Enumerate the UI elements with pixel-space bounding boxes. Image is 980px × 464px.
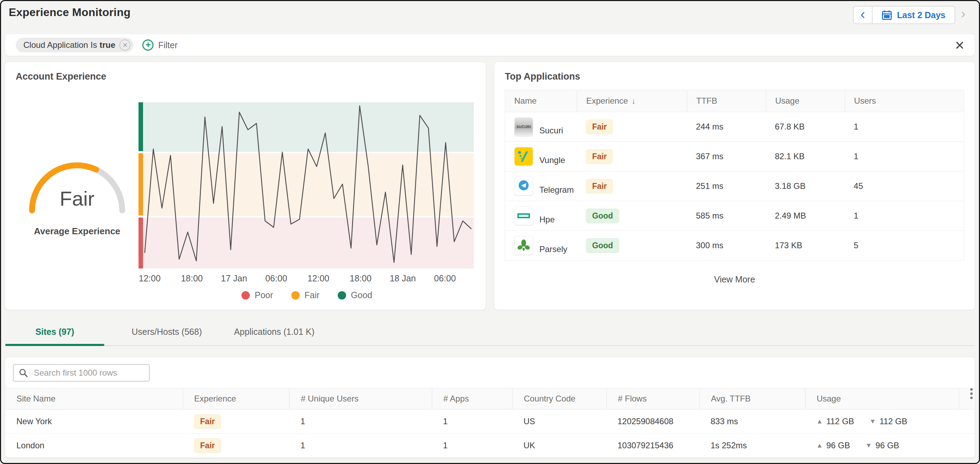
filter-chip-value: true xyxy=(99,40,115,50)
top-applications-card: Top Applications Name Experience ↓ TTFB … xyxy=(494,62,975,310)
telegram-app-icon xyxy=(514,177,533,196)
filter-bar: Cloud Application Is true × + Filter × xyxy=(5,34,975,56)
filter-chip[interactable]: Cloud Application Is true × xyxy=(16,38,133,53)
search-input[interactable] xyxy=(13,364,150,382)
y-axis-color-bar xyxy=(138,102,143,268)
column-header-usage[interactable]: Usage xyxy=(766,90,845,112)
sucuri-app-icon: SUCURI xyxy=(514,117,533,136)
table-row[interactable]: New York Fair 1 1 US 120259084608 833 ms… xyxy=(5,410,975,434)
top-applications-title: Top Applications xyxy=(505,71,964,82)
experience-badge: Fair xyxy=(194,438,221,453)
poor-dot-icon xyxy=(242,291,250,300)
calendar-icon xyxy=(881,10,892,20)
column-header-flows[interactable]: # Flows xyxy=(606,388,700,409)
tab-sites[interactable]: Sites (97) xyxy=(5,327,104,345)
plus-icon: + xyxy=(142,40,154,51)
table-search xyxy=(13,364,150,382)
experience-badge: Fair xyxy=(586,179,613,194)
column-header-avg-ttfb[interactable]: Avg. TTFB xyxy=(700,388,805,409)
top-bar: Experience Monitoring ‹ Last 2 Days › xyxy=(1,1,979,34)
x-tick-label: 06:00 xyxy=(434,273,456,284)
account-experience-card: Account Experience Fair Average Experien… xyxy=(5,62,486,310)
remove-filter-icon[interactable]: × xyxy=(119,40,130,51)
x-axis-ticks: 12:0018:0017 Jan06:0012:0018:0018 Jan06:… xyxy=(143,271,475,286)
x-tick-label: 12:00 xyxy=(139,273,161,284)
axis-fair-segment xyxy=(138,153,143,217)
experience-chart: 12:0018:0017 Jan06:0012:0018:0018 Jan06:… xyxy=(138,102,475,300)
column-header-experience[interactable]: Experience xyxy=(183,388,290,409)
table-row[interactable]: Parsely Good 300 ms 173 KB 5 xyxy=(505,230,964,260)
column-header-apps[interactable]: # Apps xyxy=(432,388,512,409)
sites-panel: Site Name Experience # Unique Users # Ap… xyxy=(5,357,975,458)
date-range-picker: ‹ Last 2 Days › xyxy=(853,6,971,24)
upload-icon: ▲ xyxy=(816,418,823,425)
table-row[interactable]: Vungle Fair 367 ms 82.1 KB 1 xyxy=(505,141,964,171)
fair-dot-icon xyxy=(291,291,300,300)
axis-poor-segment xyxy=(138,217,143,268)
x-tick-label: 06:00 xyxy=(265,273,287,284)
table-header-row: Name Experience ↓ TTFB Usage Users xyxy=(505,90,964,112)
date-range-button[interactable]: Last 2 Days xyxy=(873,6,955,24)
date-prev-button[interactable]: ‹ xyxy=(853,6,873,24)
download-icon: ▼ xyxy=(869,418,876,425)
axis-good-segment xyxy=(138,102,143,153)
page-title: Experience Monitoring xyxy=(9,6,130,19)
date-next-button[interactable]: › xyxy=(955,6,971,24)
x-tick-label: 12:00 xyxy=(307,273,329,284)
view-more-link[interactable]: View More xyxy=(505,274,964,285)
experience-badge: Good xyxy=(586,209,619,223)
experience-gauge: Fair Average Experience xyxy=(16,156,138,300)
filter-chip-field: Cloud Application xyxy=(23,40,88,50)
legend-item-good: Good xyxy=(338,290,372,300)
table-row[interactable]: Telegram Fair 251 ms 3.18 GB 45 xyxy=(505,171,964,201)
add-filter-label: Filter xyxy=(158,40,178,50)
legend-item-fair: Fair xyxy=(291,290,320,300)
sites-table-header: Site Name Experience # Unique Users # Ap… xyxy=(5,388,975,410)
gauge-value-label: Fair xyxy=(23,187,131,210)
search-icon xyxy=(19,368,28,378)
add-filter-button[interactable]: + Filter xyxy=(142,40,178,51)
experience-line xyxy=(145,106,471,263)
filter-chip-operator: Is xyxy=(91,40,97,50)
dashboard-cards: Account Experience Fair Average Experien… xyxy=(5,62,975,310)
chart-legend: Poor Fair Good xyxy=(138,290,475,300)
download-icon: ▼ xyxy=(865,442,872,449)
x-tick-label: 18:00 xyxy=(181,273,203,284)
parsely-app-icon xyxy=(514,236,533,255)
column-header-site-name[interactable]: Site Name xyxy=(5,388,183,409)
close-filter-bar-icon[interactable]: × xyxy=(955,37,964,53)
experience-badge: Fair xyxy=(586,149,613,164)
tab-users-hosts[interactable]: Users/Hosts (568) xyxy=(120,327,214,345)
date-range-label: Last 2 Days xyxy=(897,10,945,20)
experience-badge: Fair xyxy=(586,120,613,134)
column-header-users[interactable]: Users xyxy=(845,90,964,112)
column-header-unique-users[interactable]: # Unique Users xyxy=(289,388,432,409)
legend-item-poor: Poor xyxy=(242,290,273,300)
column-header-country-code[interactable]: Country Code xyxy=(512,388,606,409)
vungle-app-icon xyxy=(514,147,533,166)
experience-monitoring-page: Experience Monitoring ‹ Last 2 Days › Cl… xyxy=(0,0,980,464)
column-header-experience[interactable]: Experience ↓ xyxy=(577,90,687,112)
x-tick-label: 18 Jan xyxy=(390,273,416,284)
table-row[interactable]: Hpe Good 585 ms 2.49 MB 1 xyxy=(505,201,964,230)
column-header-ttfb[interactable]: TTFB xyxy=(687,90,766,112)
top-applications-table: Name Experience ↓ TTFB Usage Users SUCUR… xyxy=(505,90,964,260)
gauge-caption: Average Experience xyxy=(34,226,120,237)
x-tick-label: 18:00 xyxy=(350,273,372,284)
tab-bar: Sites (97) Users/Hosts (568) Application… xyxy=(5,310,975,346)
experience-badge: Fair xyxy=(194,414,221,429)
good-dot-icon xyxy=(338,291,346,300)
table-row[interactable]: SUCURI Sucuri Fair 244 ms 67.8 KB 1 xyxy=(505,112,964,141)
column-header-usage[interactable]: Usage xyxy=(805,388,959,409)
tab-applications[interactable]: Applications (1.01 K) xyxy=(229,327,319,345)
hpe-app-icon xyxy=(514,206,533,225)
upload-icon: ▲ xyxy=(816,442,823,449)
experience-badge: Good xyxy=(586,238,619,253)
sort-desc-icon: ↓ xyxy=(632,96,636,106)
account-experience-title: Account Experience xyxy=(16,71,475,82)
x-tick-label: 17 Jan xyxy=(221,273,247,284)
table-row[interactable]: London Fair 1 1 UK 103079215436 1s 252ms… xyxy=(5,434,975,458)
column-header-name[interactable]: Name xyxy=(505,90,577,112)
column-settings-kebab-icon[interactable] xyxy=(959,388,975,409)
